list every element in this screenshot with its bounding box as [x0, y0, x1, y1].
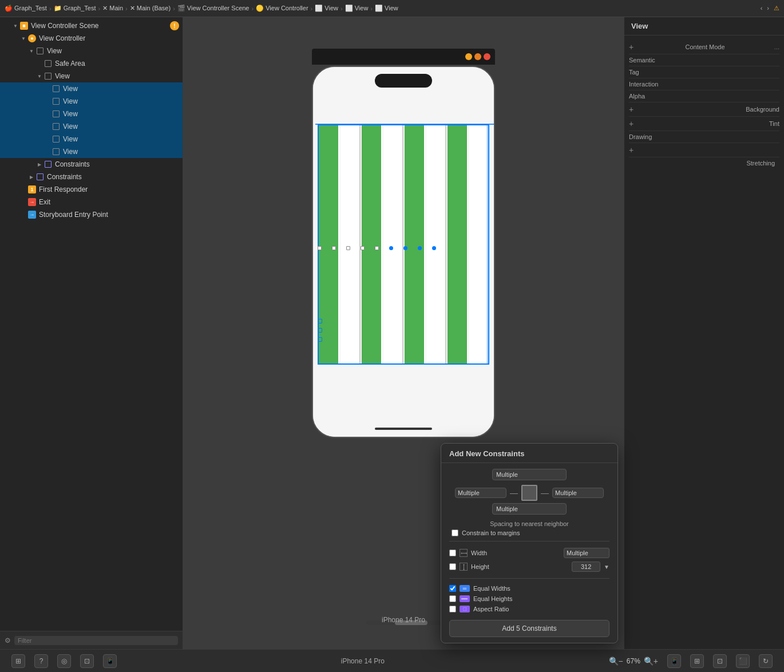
right-panel-content: + Content Mode ... Semantic Tag Interact…: [624, 35, 784, 649]
aspect-ratio-checkbox[interactable]: [449, 606, 456, 612]
left-spacing-select[interactable]: Multiple: [455, 488, 506, 498]
prop-stretching: Stretching: [629, 157, 779, 169]
first-responder-icon: 1: [27, 185, 37, 194]
bottom-spacing-select[interactable]: Multiple: [492, 503, 567, 515]
status-btn-2[interactable]: ?: [34, 654, 48, 668]
height-checkbox[interactable]: [449, 563, 456, 570]
handle: [361, 246, 365, 250]
equal-heights-row: ║ Equal Heights: [449, 594, 609, 604]
equal-section: ═ Equal Widths ║ Equal Heights ⬚ Aspect …: [449, 578, 609, 614]
tree-arrow-c1[interactable]: [35, 160, 43, 168]
tree-item-view-3[interactable]: View: [0, 108, 183, 120]
filter-input[interactable]: [14, 636, 178, 645]
breadcrumb-main[interactable]: ✕ Main: [102, 5, 123, 12]
handle: [318, 246, 322, 250]
top-spacing-select[interactable]: Multiple: [492, 469, 567, 480]
vc-label: View Controller: [39, 34, 85, 42]
tree-arrow-view-child[interactable]: [35, 72, 43, 80]
equal-heights-label: Equal Heights: [473, 595, 513, 602]
sidebar-filter: ⚙: [0, 631, 183, 649]
prop-plus-misc[interactable]: +: [629, 145, 636, 155]
popup-title: Add New Constraints: [441, 444, 617, 463]
zoom-in-icon[interactable]: 🔍+: [644, 657, 658, 666]
view-3-label: View: [63, 110, 78, 118]
add-constraints-button[interactable]: Add 5 Constraints: [449, 620, 609, 637]
breadcrumb-scene[interactable]: 🎬 View Controller Scene: [177, 5, 250, 12]
tree-item-vc[interactable]: ● View Controller: [0, 32, 183, 45]
tree-item-view-5[interactable]: View: [0, 133, 183, 145]
height-input[interactable]: [572, 562, 600, 572]
prop-content-mode: + Content Mode ...: [629, 40, 779, 54]
tree-item-scene[interactable]: ■ View Controller Scene !: [0, 19, 183, 32]
breadcrumb-view1[interactable]: ⬜ View: [315, 5, 338, 12]
tree-item-safe-area[interactable]: Safe Area: [0, 57, 183, 70]
breadcrumb-app[interactable]: 🍎 Graph_Test: [5, 5, 47, 12]
view-3-icon: [52, 109, 61, 118]
status-btn-layout[interactable]: ⊞: [690, 654, 704, 668]
nav-forward-icon[interactable]: ›: [767, 5, 769, 12]
prop-label-interaction: Interaction: [629, 81, 658, 88]
left-handle: [318, 337, 322, 342]
tree-arrow-scene[interactable]: [11, 22, 19, 30]
nav-back-icon[interactable]: ‹: [761, 5, 763, 12]
tree-item-view-2[interactable]: View: [0, 95, 183, 108]
zoom-value: 67%: [627, 657, 640, 665]
tree-item-first-responder[interactable]: 1 First Responder: [0, 183, 183, 196]
status-btn-4[interactable]: ⊡: [80, 654, 94, 668]
zoom-out-icon[interactable]: 🔍−: [609, 657, 623, 666]
sidebar-tree: ■ View Controller Scene ! ● View Control…: [0, 17, 183, 631]
tree-item-exit[interactable]: → Exit: [0, 196, 183, 208]
breadcrumb-view3[interactable]: ⬜ View: [375, 5, 398, 12]
tree-item-view-6[interactable]: View: [0, 145, 183, 158]
equal-heights-checkbox[interactable]: [449, 595, 456, 602]
tree-item-view-4[interactable]: View: [0, 120, 183, 133]
constrain-margins-checkbox[interactable]: [452, 529, 458, 536]
status-btn-5[interactable]: 📱: [103, 654, 117, 668]
prop-plus-content[interactable]: +: [629, 42, 636, 52]
right-panel-title: View: [624, 17, 784, 35]
status-btn-1[interactable]: ⊞: [11, 654, 25, 668]
prop-plus-tint[interactable]: +: [629, 119, 636, 128]
prop-label-content-mode: Content Mode: [685, 44, 724, 50]
breadcrumb-main-base[interactable]: ✕ Main (Base): [130, 5, 171, 12]
scene-badge: !: [170, 21, 179, 30]
tree-item-constraints-1[interactable]: Constraints: [0, 158, 183, 171]
breadcrumb-view2[interactable]: ⬜ View: [345, 5, 369, 12]
prop-label-tint: Tint: [769, 120, 779, 127]
tree-item-view-child[interactable]: View: [0, 70, 183, 82]
height-dropdown-icon[interactable]: ▼: [604, 564, 609, 570]
prop-plus-bg[interactable]: +: [629, 105, 636, 114]
status-btn-device[interactable]: 📱: [667, 654, 681, 668]
equal-widths-icon: ═: [460, 585, 470, 592]
status-btn-update[interactable]: ↻: [759, 654, 773, 668]
exit-icon: →: [27, 197, 37, 207]
tree-item-constraints-2[interactable]: Constraints: [0, 171, 183, 183]
handle-blue: [432, 246, 436, 250]
equal-widths-checkbox[interactable]: [449, 585, 456, 592]
spacing-middle-row: Multiple — — Multiple: [455, 485, 604, 501]
selection-handles-row: [315, 244, 492, 251]
width-select[interactable]: Multiple: [564, 548, 609, 558]
breadcrumb-vc[interactable]: 🟡 View Controller: [256, 5, 308, 12]
tree-arrow-vc[interactable]: [19, 34, 27, 42]
breadcrumb-project[interactable]: 📁 Graph_Test: [54, 5, 96, 12]
handle: [332, 246, 336, 250]
tree-item-view-1[interactable]: View: [0, 82, 183, 95]
width-checkbox[interactable]: [449, 550, 456, 556]
right-spacing-select[interactable]: Multiple: [552, 488, 604, 498]
constraint-line: [487, 124, 488, 365]
tree-item-entry-point[interactable]: → Storyboard Entry Point: [0, 208, 183, 221]
tree-item-view-root[interactable]: View: [0, 45, 183, 57]
handle: [375, 246, 379, 250]
status-btn-embed[interactable]: ⊡: [713, 654, 727, 668]
vc-icon: ●: [27, 34, 37, 43]
status-btn-3[interactable]: ◎: [57, 654, 71, 668]
spacing-grid: Multiple — — Multiple Multiple: [449, 485, 609, 515]
view-1-icon: [52, 84, 61, 93]
left-handle: [318, 328, 322, 333]
iphone-top-bar: [312, 49, 495, 65]
tree-arrow-view-root[interactable]: [27, 47, 35, 55]
view-2-icon: [52, 97, 61, 106]
tree-arrow-c2[interactable]: [27, 173, 35, 181]
status-btn-constraints[interactable]: ⬛: [736, 654, 750, 668]
